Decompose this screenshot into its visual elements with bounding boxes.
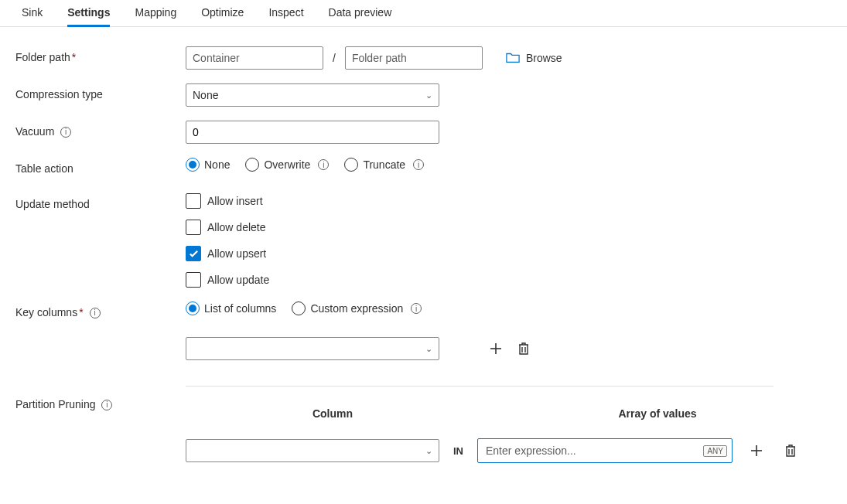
vacuum-label: Vacuum i <box>15 121 186 142</box>
allow-insert-label: Allow insert <box>207 195 263 207</box>
allow-upsert-checkbox[interactable] <box>186 246 201 261</box>
compression-type-select[interactable]: None ⌄ <box>186 83 439 107</box>
tab-settings[interactable]: Settings <box>67 0 110 26</box>
allow-delete-label: Allow delete <box>207 221 266 233</box>
info-icon[interactable]: i <box>318 159 329 170</box>
tabs-bar: Sink Settings Mapping Optimize Inspect D… <box>0 0 847 27</box>
allow-delete-checkbox[interactable] <box>186 220 201 235</box>
tab-data-preview[interactable]: Data preview <box>329 0 392 26</box>
table-action-label: Table action <box>15 158 186 179</box>
allow-update-checkbox[interactable] <box>186 272 201 288</box>
table-action-overwrite-radio[interactable]: Overwrite i <box>245 158 329 172</box>
path-separator: / <box>331 52 337 64</box>
partition-column-select[interactable]: ⌄ <box>186 439 439 462</box>
info-icon[interactable]: i <box>411 303 422 314</box>
add-key-column-button[interactable] <box>486 339 506 359</box>
info-icon[interactable]: i <box>60 127 71 138</box>
key-columns-list-radio[interactable]: List of columns <box>186 301 276 315</box>
vacuum-input[interactable] <box>186 121 439 144</box>
folder-icon <box>506 51 520 66</box>
table-action-none-radio[interactable]: None <box>186 158 230 172</box>
any-badge: ANY <box>703 445 727 457</box>
partition-values-header: Array of values <box>526 407 789 420</box>
allow-update-label: Allow update <box>207 274 269 286</box>
update-method-label: Update method <box>15 193 186 215</box>
key-column-select[interactable]: ⌄ <box>186 337 439 360</box>
allow-insert-checkbox[interactable] <box>186 193 201 209</box>
key-columns-label: Key columns* i <box>15 301 186 323</box>
tab-sink[interactable]: Sink <box>22 0 43 26</box>
add-partition-row-button[interactable] <box>746 441 767 461</box>
partition-pruning-label: Partition Pruning i <box>15 393 186 415</box>
tab-optimize[interactable]: Optimize <box>201 0 244 26</box>
info-icon[interactable]: i <box>413 159 424 170</box>
info-icon[interactable]: i <box>90 308 101 318</box>
info-icon[interactable]: i <box>101 400 112 410</box>
folder-path-input[interactable] <box>345 46 483 70</box>
tab-mapping[interactable]: Mapping <box>135 0 176 26</box>
container-input[interactable] <box>186 46 323 70</box>
delete-key-column-button[interactable] <box>514 339 534 359</box>
chevron-down-icon: ⌄ <box>425 90 432 100</box>
chevron-down-icon: ⌄ <box>425 344 432 354</box>
compression-type-label: Compression type <box>15 83 186 105</box>
partition-expression-input[interactable]: Enter expression... ANY <box>477 438 733 463</box>
table-action-truncate-radio[interactable]: Truncate i <box>344 158 424 172</box>
allow-upsert-label: Allow upsert <box>207 247 266 260</box>
browse-button[interactable]: Browse <box>506 51 562 66</box>
chevron-down-icon: ⌄ <box>425 446 432 456</box>
delete-partition-row-button[interactable] <box>780 441 801 461</box>
key-columns-custom-expression-radio[interactable]: Custom expression i <box>292 301 422 315</box>
partition-column-header: Column <box>186 407 480 420</box>
tab-inspect[interactable]: Inspect <box>268 0 303 26</box>
folder-path-label: Folder path* <box>15 46 186 68</box>
in-label: IN <box>453 445 463 457</box>
